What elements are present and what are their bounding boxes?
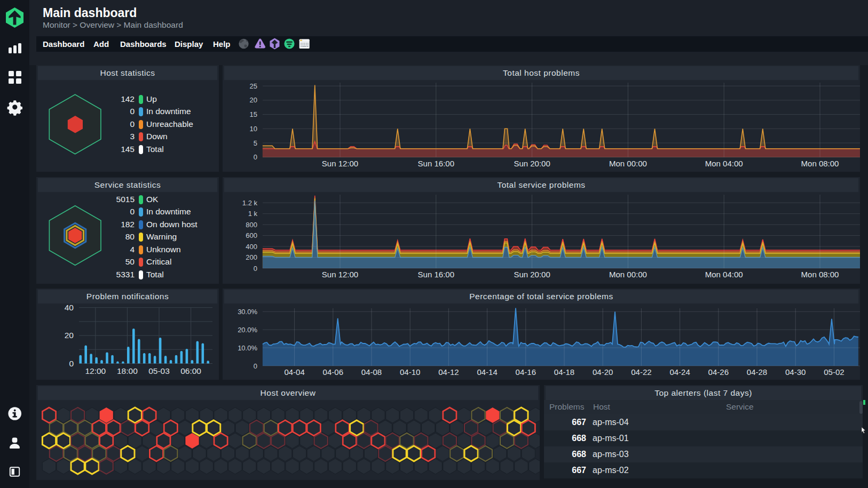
svg-text:0: 0 bbox=[254, 265, 257, 273]
svg-text:04-24: 04-24 bbox=[669, 367, 690, 377]
svg-text:400: 400 bbox=[246, 243, 257, 251]
svg-text:04-06: 04-06 bbox=[323, 367, 343, 377]
svg-text:18:00: 18:00 bbox=[117, 366, 138, 375]
svg-text:10: 10 bbox=[250, 125, 257, 133]
svg-text:1 k: 1 k bbox=[248, 210, 258, 218]
svg-text:04-28: 04-28 bbox=[747, 367, 767, 377]
svg-text:04-04: 04-04 bbox=[284, 367, 304, 377]
svg-text:40: 40 bbox=[65, 303, 74, 312]
svg-text:Mon 08:00: Mon 08:00 bbox=[801, 159, 839, 168]
svg-text:Mon 00:00: Mon 00:00 bbox=[609, 270, 647, 279]
svg-text:04-18: 04-18 bbox=[554, 367, 574, 377]
svg-text:800: 800 bbox=[246, 221, 257, 229]
svg-text:0: 0 bbox=[254, 153, 257, 161]
svg-text:200: 200 bbox=[246, 253, 257, 261]
svg-text:10.0%: 10.0% bbox=[238, 344, 257, 352]
svg-text:5: 5 bbox=[254, 139, 257, 147]
svg-text:0: 0 bbox=[69, 359, 74, 368]
svg-text:Sun 12:00: Sun 12:00 bbox=[322, 159, 358, 168]
svg-text:20: 20 bbox=[250, 96, 257, 104]
svg-text:30.0%: 30.0% bbox=[238, 308, 257, 316]
svg-text:Mon 00:00: Mon 00:00 bbox=[609, 159, 647, 168]
svg-text:20: 20 bbox=[65, 331, 74, 340]
svg-text:25: 25 bbox=[250, 82, 257, 90]
svg-text:04-30: 04-30 bbox=[785, 367, 806, 377]
svg-text:15: 15 bbox=[250, 110, 257, 118]
svg-text:0: 0 bbox=[254, 362, 257, 370]
svg-text:Sun 20:00: Sun 20:00 bbox=[514, 270, 550, 279]
svg-text:20.0%: 20.0% bbox=[238, 326, 257, 334]
svg-text:Mon 04:00: Mon 04:00 bbox=[705, 270, 743, 279]
svg-text:600: 600 bbox=[246, 231, 257, 239]
svg-text:04-26: 04-26 bbox=[708, 367, 729, 377]
svg-text:Sun 20:00: Sun 20:00 bbox=[514, 159, 550, 168]
svg-text:06:00: 06:00 bbox=[180, 366, 201, 375]
svg-text:Mon 08:00: Mon 08:00 bbox=[801, 270, 839, 279]
svg-text:04-10: 04-10 bbox=[400, 367, 420, 377]
svg-text:Sun 16:00: Sun 16:00 bbox=[418, 270, 454, 279]
svg-text:Sun 16:00: Sun 16:00 bbox=[418, 159, 454, 168]
svg-text:04-20: 04-20 bbox=[593, 367, 613, 377]
svg-text:Sun 12:00: Sun 12:00 bbox=[322, 270, 358, 279]
svg-text:04-22: 04-22 bbox=[631, 367, 651, 377]
svg-text:1.2 k: 1.2 k bbox=[242, 199, 258, 207]
svg-text:12:00: 12:00 bbox=[85, 366, 106, 375]
svg-text:04-08: 04-08 bbox=[361, 367, 382, 377]
svg-text:05-03: 05-03 bbox=[148, 366, 170, 375]
svg-text:04-14: 04-14 bbox=[477, 367, 497, 377]
svg-text:Mon 04:00: Mon 04:00 bbox=[705, 159, 743, 168]
svg-text:04-12: 04-12 bbox=[438, 367, 459, 377]
svg-text:04-16: 04-16 bbox=[516, 367, 536, 377]
svg-text:05-02: 05-02 bbox=[824, 367, 844, 377]
